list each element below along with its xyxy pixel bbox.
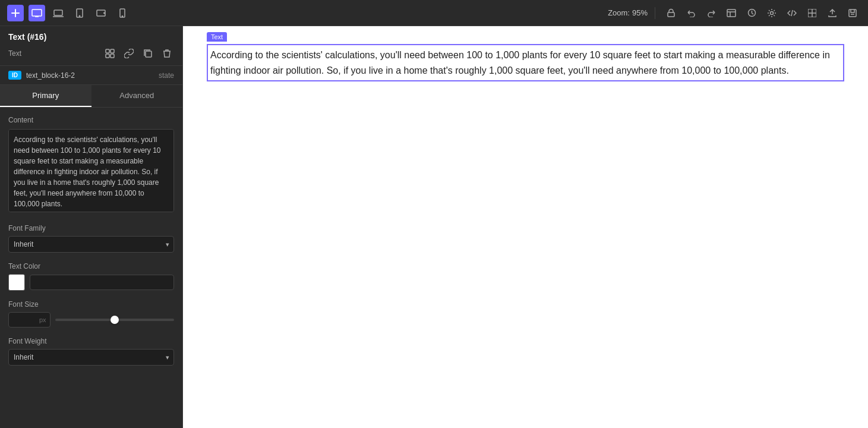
element-actions: Text <box>8 46 174 61</box>
canvas-text-content: According to the scientists' calculation… <box>210 48 841 78</box>
color-value-input[interactable] <box>30 275 174 290</box>
font-size-slider-thumb[interactable] <box>111 316 119 324</box>
settings-icon[interactable] <box>763 5 780 21</box>
id-badge: ID <box>8 71 21 80</box>
zoom-indicator: Zoom: 95% <box>608 8 648 17</box>
element-title: Text (#16) <box>8 32 174 42</box>
add-button[interactable] <box>7 5 24 21</box>
tab-advanced[interactable]: Advanced <box>91 85 183 107</box>
state-label: state <box>159 71 174 80</box>
toolbar-divider <box>655 7 655 19</box>
zoom-label: Zoom: <box>608 8 630 17</box>
svg-rect-8 <box>668 12 674 17</box>
font-weight-select[interactable]: Inherit 100 400 (Normal) 700 (Bold) <box>8 349 174 366</box>
font-weight-select-wrapper: Inherit 100 400 (Normal) 700 (Bold) <box>8 349 174 366</box>
svg-rect-17 <box>146 51 151 57</box>
px-unit-label: px <box>36 316 50 323</box>
zoom-value: 95% <box>632 8 648 17</box>
export-icon[interactable] <box>824 5 841 21</box>
link-action-icon[interactable] <box>122 46 136 61</box>
svg-rect-0 <box>32 10 42 16</box>
font-size-slider[interactable] <box>55 319 174 321</box>
main-layout: Text (#16) Text ID text_block-16-2 <box>0 26 868 428</box>
left-panel: Text (#16) Text ID text_block-16-2 <box>0 26 183 428</box>
font-size-input-wrapper: px <box>8 312 50 328</box>
content-textarea[interactable]: According to the scientists' calculation… <box>8 129 174 212</box>
undo-icon[interactable] <box>683 5 699 21</box>
toolbar-right-icons <box>662 5 861 21</box>
font-size-label: Font Size <box>8 300 174 309</box>
mobile-landscape-view-button[interactable] <box>93 5 109 21</box>
text-label-badge: Text <box>207 32 227 42</box>
content-section-label: Content <box>8 116 174 124</box>
lock-icon[interactable] <box>662 5 679 21</box>
font-family-select-wrapper: Inherit Arial Georgia Helvetica Times Ne… <box>8 236 174 253</box>
font-family-label: Font Family <box>8 224 174 232</box>
font-family-select[interactable]: Inherit Arial Georgia Helvetica Times Ne… <box>8 236 174 253</box>
font-weight-label: Font Weight <box>8 337 174 345</box>
save-icon[interactable] <box>844 5 861 21</box>
top-toolbar: Zoom: 95% <box>0 0 868 26</box>
svg-point-3 <box>79 15 80 16</box>
delete-action-icon[interactable] <box>160 46 174 61</box>
id-value: text_block-16-2 <box>26 71 154 80</box>
desktop-view-button[interactable] <box>29 5 45 21</box>
font-size-row: px <box>8 312 174 328</box>
text-color-label: Text Color <box>8 262 174 270</box>
svg-rect-1 <box>54 10 62 15</box>
element-header: Text (#16) Text <box>0 26 182 66</box>
canvas-area[interactable]: Text According to the scientists' calcul… <box>183 26 868 428</box>
mobile-view-button[interactable] <box>114 5 131 21</box>
tab-primary[interactable]: Primary <box>0 85 91 107</box>
font-size-input[interactable] <box>9 313 36 327</box>
panel-content: Content According to the scientists' cal… <box>0 108 182 428</box>
svg-rect-9 <box>727 10 736 17</box>
id-row: ID text_block-16-2 state <box>0 66 182 85</box>
svg-rect-13 <box>106 49 109 53</box>
layout-icon[interactable] <box>723 5 740 21</box>
element-label: Text <box>8 49 98 58</box>
svg-point-5 <box>104 12 105 13</box>
selected-text-block[interactable]: Text According to the scientists' calcul… <box>207 44 844 81</box>
laptop-view-button[interactable] <box>50 5 67 21</box>
tablet-view-button[interactable] <box>71 5 88 21</box>
canvas-page: Text According to the scientists' calcul… <box>183 26 868 428</box>
svg-rect-15 <box>106 54 109 58</box>
group-action-icon[interactable] <box>103 46 117 61</box>
code-icon[interactable] <box>784 5 800 21</box>
svg-point-7 <box>122 15 122 16</box>
grid-icon[interactable] <box>804 5 820 21</box>
svg-rect-14 <box>111 49 114 53</box>
duplicate-action-icon[interactable] <box>141 46 155 61</box>
redo-icon[interactable] <box>703 5 719 21</box>
color-swatch[interactable] <box>8 274 25 291</box>
panel-tabs: Primary Advanced <box>0 85 182 108</box>
svg-rect-16 <box>111 54 114 58</box>
history-icon[interactable] <box>743 5 760 21</box>
color-row <box>8 274 174 291</box>
svg-point-11 <box>771 11 774 14</box>
svg-rect-12 <box>849 10 856 17</box>
